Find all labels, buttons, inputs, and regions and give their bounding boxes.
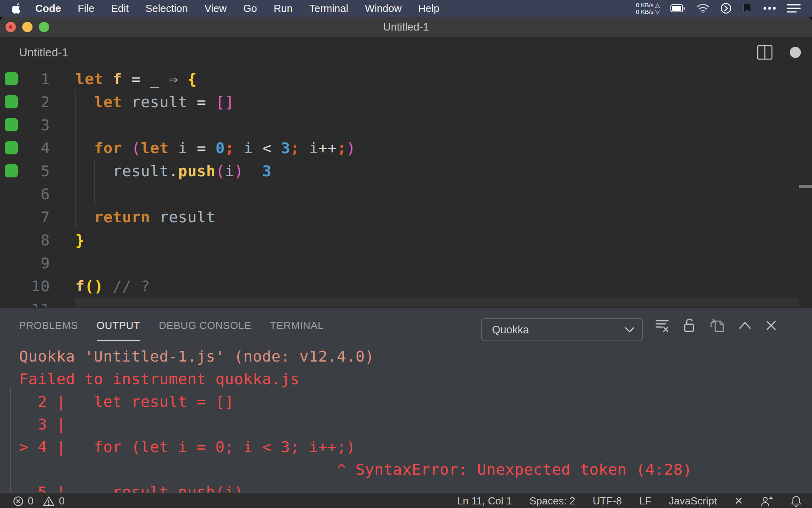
statusbar-item-lf[interactable]: LF [639,495,651,507]
code-line-2[interactable]: 2 let result = [] [0,90,812,114]
network-speed-widget[interactable]: 0 KB/s △ 0 KB/s ▽ [636,2,660,15]
close-panel-icon[interactable] [765,319,777,331]
menu-item-help[interactable]: Help [410,0,448,17]
notifications-bell-icon[interactable] [791,495,802,507]
error-icon [13,496,24,507]
statusbar-item-spaces-2[interactable]: Spaces: 2 [529,495,575,507]
macos-menubar: CodeFileEditSelectionViewGoRunTerminalWi… [0,0,812,17]
line-number: 5 [0,160,50,183]
line-number: 4 [0,137,50,160]
window-titlebar: Untitled-1 [0,17,812,37]
line-number: 9 [0,252,50,275]
clock-icon[interactable] [720,2,732,14]
window-title: Untitled-1 [0,17,812,37]
statusbar-item-javascript[interactable]: JavaScript [669,495,717,507]
line-number: 3 [0,114,50,137]
code-lines: 1let f = _ ⇒ {2 let result = []34 for (l… [0,67,812,307]
output-row: ^ SyntaxError: Unexpected token (4:28) [0,458,812,481]
statusbar: 0 0 Ln 11, Col 1Spaces: 2UTF-8LFJavaScri… [0,493,812,508]
split-editor-icon[interactable] [756,44,773,60]
line-number: 2 [0,90,50,114]
code-line-6[interactable]: 6 [0,183,812,206]
code-line-4[interactable]: 4 for (let i = 0; i < 3; i++;) [0,137,812,160]
panel-tab-problems[interactable]: PROBLEMS [19,308,78,343]
shield-icon[interactable] [742,2,753,14]
output-row: Quokka 'Untitled-1.js' (node: v12.4.0) [0,345,812,368]
apple-icon [12,3,21,14]
editor-actions [756,44,801,60]
panel-tab-output[interactable]: OUTPUT [97,308,140,343]
clear-output-icon[interactable] [655,319,669,332]
menu-item-file[interactable]: File [69,0,103,17]
ellipsis-icon[interactable] [763,6,776,10]
code-line-9[interactable]: 9 [0,252,812,275]
panel-tab-terminal[interactable]: TERMINAL [270,308,324,343]
chevron-down-icon [625,327,642,333]
output-channel-dropdown[interactable]: Quokka [481,318,643,341]
line-number: 1 [0,67,50,90]
code-text: let f = _ ⇒ { [75,67,197,90]
bottom-panel: PROBLEMSOUTPUTDEBUG CONSOLETERMINAL Quok… [0,307,812,493]
code-line-1[interactable]: 1let f = _ ⇒ { [0,67,812,90]
line-number: 10 [0,275,50,298]
error-count: 0 [28,495,33,507]
code-line-5[interactable]: 5 result.push(i) 3 [0,160,812,183]
menubar-status: 0 KB/s △ 0 KB/s ▽ [636,2,812,15]
editor-area: Untitled-1 1let f = _ ⇒ {2 let result = … [0,37,812,307]
statusbar-item-ln-11-col-1[interactable]: Ln 11, Col 1 [457,495,512,507]
battery-icon[interactable] [670,3,686,13]
menu-item-run[interactable]: Run [265,0,301,17]
maximize-panel-icon[interactable] [738,321,752,330]
statusbar-item-utf-8[interactable]: UTF-8 [593,495,622,507]
panel-tabs: PROBLEMSOUTPUTDEBUG CONSOLETERMINAL [19,308,324,343]
menubar-items: CodeFileEditSelectionViewGoRunTerminalWi… [27,0,448,17]
statusbar-right-items: Ln 11, Col 1Spaces: 2UTF-8LFJavaScript [457,495,717,507]
open-log-in-editor-icon[interactable] [710,318,725,333]
close-icon[interactable]: ✕ [734,495,743,507]
problems-summary[interactable]: 0 0 [0,495,65,507]
statusbar-right: Ln 11, Col 1Spaces: 2UTF-8LFJavaScript ✕ [457,495,812,507]
panel-tab-debug-console[interactable]: DEBUG CONSOLE [159,308,251,343]
code-line-8[interactable]: 8} [0,229,812,252]
menu-item-go[interactable]: Go [235,0,266,17]
line-number: 7 [0,206,50,229]
output-row: > 4 | for (let i = 0; i < 3; i++;) [0,436,812,458]
unlock-scroll-icon[interactable] [683,318,696,333]
line-number: 11 [0,298,50,307]
feedback-icon[interactable] [760,495,773,507]
menu-item-view[interactable]: View [196,0,235,17]
code-text: return result [75,206,216,229]
code-text: let result = [] [75,90,234,114]
code-text: } [75,229,85,252]
warning-count: 0 [59,495,64,507]
apple-menu[interactable] [0,3,27,14]
list-icon[interactable] [787,3,801,13]
menu-item-selection[interactable]: Selection [137,0,196,17]
screen: CodeFileEditSelectionViewGoRunTerminalWi… [0,0,812,508]
output-row: 5 | result.push(i) [0,481,812,493]
menu-item-edit[interactable]: Edit [103,0,137,17]
line-number: 8 [0,229,50,252]
warning-icon [43,496,55,507]
panel-actions [655,308,777,343]
code-line-7[interactable]: 7 return result [0,206,812,229]
network-up-label: 0 KB/s △ [636,2,660,8]
output-row: Failed to instrument quokka.js [0,368,812,391]
code-line-11[interactable]: 11 [0,298,812,307]
wifi-icon[interactable] [696,3,710,13]
code-text: result.push(i) 3 [75,160,272,183]
menu-item-window[interactable]: Window [356,0,410,17]
output-row: 2 | let result = [] [0,391,812,413]
overview-ruler-cursor [799,185,812,188]
code-line-10[interactable]: 10f() // ? [0,275,812,298]
indent-guide [94,160,95,206]
output-gutter-line [10,387,11,493]
vscode-window: Untitled-1 Untitled-1 1let f = _ ⇒ {2 le… [0,17,812,508]
menu-item-terminal[interactable]: Terminal [301,0,356,17]
indent-guide [75,90,76,229]
unsaved-changes-dot[interactable] [790,47,801,58]
editor-title-label: Untitled-1 [19,37,68,67]
menu-item-code[interactable]: Code [27,0,69,17]
network-down-label: 0 KB/s ▽ [636,8,660,15]
code-line-3[interactable]: 3 [0,114,812,137]
